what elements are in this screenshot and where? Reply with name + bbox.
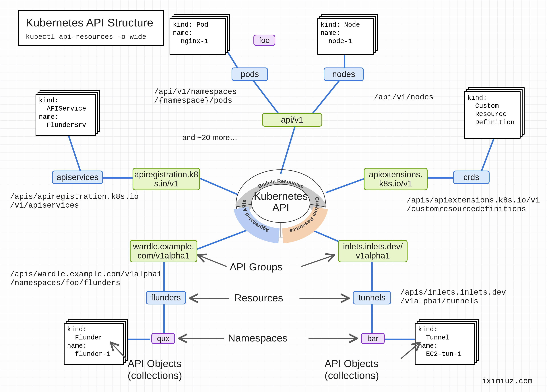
resource-apiservices: apiservices xyxy=(52,171,103,184)
svg-line-2 xyxy=(310,78,341,117)
doc-tunnel: kind: Tunnel name: EC2-tun-1 xyxy=(415,323,475,365)
title-card: Kubernetes API Structure kubectl api-res… xyxy=(18,10,164,46)
group-api-v1: api/v1 xyxy=(262,113,322,127)
svg-line-28 xyxy=(199,255,226,266)
legend-api-groups: API Groups xyxy=(230,261,282,273)
svg-line-8 xyxy=(68,132,80,171)
namespace-qux: qux xyxy=(151,333,175,344)
svg-line-29 xyxy=(302,255,334,266)
ring-center-label: Kubernetes API xyxy=(254,190,308,213)
label-and-more: and ~20 more… xyxy=(182,133,237,142)
legend-api-objects-left: API Objects (collections) xyxy=(128,358,204,381)
doc-apiservice: kind: APIService name: FlunderSrv xyxy=(35,94,96,136)
group-apiextensions: apiextensions. k8s.io/v1 xyxy=(364,168,428,190)
path-tunnels: /apis/inlets.inlets.dev /v1alpha1/tunnel… xyxy=(400,288,506,306)
group-apiregistration: apiregistration.k8 s.io/v1 xyxy=(133,168,200,190)
attribution: iximiuz.com xyxy=(482,377,533,386)
legend-api-objects-right: API Objects (collections) xyxy=(325,358,401,381)
legend-namespaces: Namespaces xyxy=(228,332,287,344)
path-flunders: /apis/wardle.example.com/v1alpha1 /names… xyxy=(10,270,162,288)
kubernetes-api-ring: Built-in Resources Aggregated APIs Custo… xyxy=(230,167,332,240)
resource-pods: pods xyxy=(232,68,268,81)
diagram-title: Kubernetes API Structure xyxy=(26,16,157,29)
resource-crds: crds xyxy=(453,171,490,184)
doc-pod: kind: Pod name: nginx-1 xyxy=(170,18,226,55)
path-pods: /api/v1/namespaces /{namespace}/pods xyxy=(154,88,237,105)
svg-line-11 xyxy=(481,138,494,172)
namespace-bar: bar xyxy=(361,333,385,344)
legend-resources: Resources xyxy=(234,292,283,304)
kubectl-command: kubectl api-resources -o wide xyxy=(26,33,157,41)
svg-line-0 xyxy=(281,125,295,173)
path-crds: /apis/apiextensions.k8s.io/v1 /customres… xyxy=(407,196,540,213)
resource-tunnels: tunnels xyxy=(353,291,391,304)
path-apiservices: /apis/apiregistration.k8s.io /v1/apiserv… xyxy=(10,193,139,210)
path-nodes: /api/v1/nodes xyxy=(374,93,434,102)
svg-line-1 xyxy=(252,78,281,117)
namespace-foo: foo xyxy=(253,35,275,46)
resource-nodes: nodes xyxy=(324,68,364,81)
doc-flunder: kind: Flunder name: flunder-1 xyxy=(64,323,124,365)
group-inlets: inlets.inlets.dev/ v1alpha1 xyxy=(338,240,408,262)
group-wardle: wardle.example. com/v1alpha1 xyxy=(130,240,197,262)
svg-line-9 xyxy=(326,178,367,193)
doc-node: kind: Node name: node-1 xyxy=(317,18,374,55)
resource-flunders: flunders xyxy=(146,291,186,304)
doc-crd: kind: Custom Resource Definition xyxy=(464,91,520,139)
